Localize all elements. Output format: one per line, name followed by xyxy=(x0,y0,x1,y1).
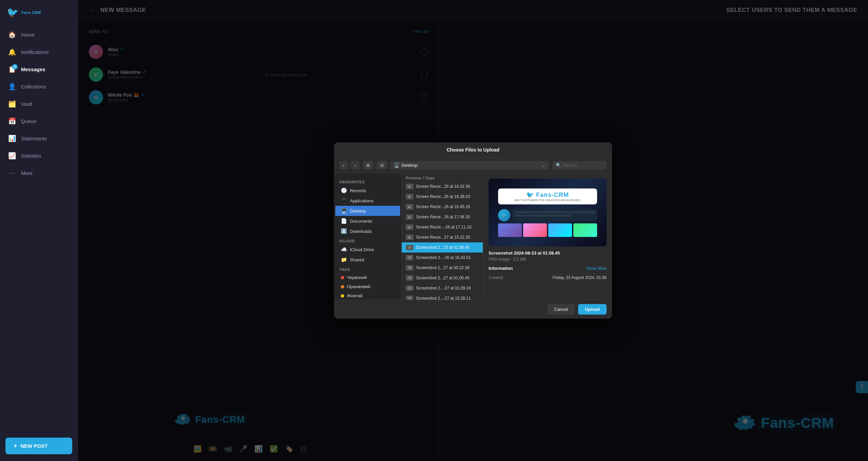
file-name: Screenshot 2...-27 at 01.09.16 xyxy=(416,286,471,290)
new-post-label: NEW POST xyxy=(21,443,48,449)
view-column-button[interactable]: ⊞ xyxy=(363,161,373,169)
sidebar-item-more[interactable]: ⋯ More xyxy=(0,164,78,182)
created-value: Friday, 23 August 2024, 01:58 xyxy=(553,275,607,280)
location-bar: 🖥️ Desktop ⌄ xyxy=(391,161,549,169)
file-thumb: 🖼 xyxy=(406,255,413,260)
sidebar-label-collections: Collections xyxy=(21,84,46,89)
location-chevron-icon[interactable]: ⌄ xyxy=(542,163,546,168)
messages-badge: 5 xyxy=(12,64,18,69)
file-name: Screen Recor...26 at 16.32.36 xyxy=(416,184,470,189)
file-item[interactable]: ▶ Screen Recor...26 at 16.38.03 xyxy=(402,192,483,202)
preview-thumbnail-row xyxy=(498,223,597,237)
chooser-sidebar: Favourites 🕐 Recents 📱 Applications 🖥️ D… xyxy=(334,173,402,300)
sidebar-item-messages[interactable]: 📋 5 Messages xyxy=(0,61,78,78)
downloads-label: Downloads xyxy=(350,229,372,234)
new-post-button[interactable]: + NEW POST xyxy=(5,438,72,454)
file-name: Screen Recor...27 at 15.22.35 xyxy=(416,235,470,240)
sidebar-item-desktop[interactable]: 🖥️ Desktop xyxy=(335,206,400,216)
downloads-icon: ⬇️ xyxy=(341,228,347,234)
sidebar-label-queue: Queue xyxy=(21,118,36,124)
sidebar-item-queue[interactable]: 📅 Queue xyxy=(0,113,78,130)
file-thumb: 🖼 xyxy=(406,265,413,270)
preview-info-title: Information xyxy=(489,266,513,271)
yellow-tag-dot xyxy=(341,294,344,298)
preview-filename: Screenshot 2024-08-23 at 01.58.45 xyxy=(489,250,607,256)
sidebar-item-documents[interactable]: 📄 Documents xyxy=(335,216,400,226)
statistics-icon: 📈 xyxy=(8,152,16,160)
created-label: Created xyxy=(489,275,503,280)
upload-button[interactable]: Upload xyxy=(578,304,607,315)
forward-nav-button[interactable]: › xyxy=(351,161,359,169)
tag-item-red[interactable]: Червоний xyxy=(335,273,400,282)
sidebar-item-icloud-drive[interactable]: ☁️ iCloud Drive xyxy=(335,244,400,255)
file-name: Screen Recor...26 at 16.38.03 xyxy=(416,194,470,199)
documents-icon: 📄 xyxy=(341,218,347,224)
preview-logo-text: 🐦 Fans-CRM xyxy=(505,191,590,199)
tag-item-orange[interactable]: Оранжевий xyxy=(335,282,400,291)
applications-icon: 📱 xyxy=(341,198,347,204)
statements-icon: 📊 xyxy=(8,135,16,142)
back-nav-button[interactable]: ‹ xyxy=(339,161,348,169)
file-item[interactable]: ▶ Screen Recor...26 at 16.45.16 xyxy=(402,202,483,212)
file-thumb: ▶ xyxy=(406,224,413,230)
sidebar-item-statements[interactable]: 📊 Statements xyxy=(0,130,78,147)
chooser-toolbar: ‹ › ⊞ ⊟ 🖥️ Desktop ⌄ 🔍 Search xyxy=(334,158,612,173)
notifications-icon: 🔔 xyxy=(8,48,16,56)
file-name: Screen Recor...26 at 17.06.30 xyxy=(416,215,470,219)
cancel-button[interactable]: Cancel xyxy=(547,304,574,315)
file-item[interactable]: 🖼 Screenshot 2...-27 at 15.28.11 xyxy=(402,293,483,300)
file-item[interactable]: 🖼 Screenshot 2...-27 at 01.09.16 xyxy=(402,283,483,293)
sidebar-item-statistics[interactable]: 📈 Statistics xyxy=(0,147,78,164)
file-item[interactable]: ▶ Screen Recor...26 at 17.06.30 xyxy=(402,212,483,222)
shared-icon: 📁 xyxy=(341,257,347,263)
file-name: Screenshot 2...-26 at 16.43.01 xyxy=(416,255,471,260)
file-thumb: ▶ xyxy=(406,204,413,209)
sidebar-item-vault[interactable]: 🗂️ Vault xyxy=(0,95,78,113)
desktop-folder-icon: 🖥️ xyxy=(394,163,399,168)
queue-icon: 📅 xyxy=(8,117,16,125)
sidebar-label-statistics: Statistics xyxy=(21,153,41,159)
sidebar-item-collections[interactable]: 👤 Collections xyxy=(0,78,78,95)
file-name: Screen Recor...26 at 16.45.16 xyxy=(416,204,470,209)
sidebar-item-notifications[interactable]: 🔔 Notifications xyxy=(0,43,78,61)
file-name: Screenshot 2...-27 at 15.28.11 xyxy=(416,296,471,300)
sidebar-logo: 🐦 Fans CRM xyxy=(0,7,48,26)
sidebar-item-applications[interactable]: 📱 Applications xyxy=(335,196,400,206)
preview-thumb-1 xyxy=(498,223,522,237)
sidebar-item-downloads[interactable]: ⬇️ Downloads xyxy=(335,226,400,236)
search-placeholder[interactable]: Search xyxy=(563,163,577,168)
chooser-title: Choose Files to Upload xyxy=(334,142,612,158)
file-thumb: ▶ xyxy=(406,214,413,220)
icloud-section-label: iCloud xyxy=(334,236,401,244)
file-chooser-overlay: Choose Files to Upload ‹ › ⊞ ⊟ 🖥️ Deskto… xyxy=(78,0,868,461)
chooser-body: Favourites 🕐 Recents 📱 Applications 🖥️ D… xyxy=(334,173,612,300)
file-thumb: ▶ xyxy=(406,235,413,240)
sidebar-label-vault: Vault xyxy=(21,101,32,107)
file-item[interactable]: 🖼 Screenshot 2...27 at 01.00.45 xyxy=(402,273,483,283)
tag-item-yellow[interactable]: Жовтий xyxy=(335,291,400,300)
chooser-footer: Cancel Upload xyxy=(334,300,612,319)
tags-section-label: Tags xyxy=(334,265,401,273)
vault-icon: 🗂️ xyxy=(8,100,16,108)
file-item[interactable]: ▶ Screen Recor...26 at 16.32.36 xyxy=(402,181,483,192)
file-item-selected[interactable]: 🖼 Screenshot 2...23 at 01.58.45 xyxy=(402,242,483,253)
show-more-link[interactable]: Show More xyxy=(586,266,607,271)
preview-image-inner: 🐦 Fans-CRM BEST SOFTWARE FOR CREATORS AN… xyxy=(489,179,607,246)
file-item[interactable]: ▶ Screen Recor...27 at 15.22.35 xyxy=(402,232,483,242)
view-grid-button[interactable]: ⊟ xyxy=(377,161,387,169)
documents-label: Documents xyxy=(350,219,372,224)
preview-text-line xyxy=(514,215,571,217)
file-thumb: 🖼 xyxy=(406,296,413,300)
file-thumb: 🖼 xyxy=(406,285,413,291)
sidebar-label-messages: Messages xyxy=(21,66,45,72)
recents-icon: 🕐 xyxy=(341,187,347,194)
sidebar-item-home[interactable]: 🏠 Home xyxy=(0,26,78,43)
file-item[interactable]: 🖼 Screenshot 2...-26 at 16.43.01 xyxy=(402,253,483,263)
sidebar-item-shared[interactable]: 📁 Shared xyxy=(335,255,400,265)
logo-text: Fans CRM xyxy=(21,11,41,15)
preview-thumb-3 xyxy=(548,223,572,237)
file-item[interactable]: 🖼 Screenshot 2...27 at 00.22.38 xyxy=(402,263,483,273)
icloud-drive-icon: ☁️ xyxy=(341,246,347,253)
file-item[interactable]: ▶ Screen Recor...-26 at 17.11.10 xyxy=(402,222,483,232)
sidebar-item-recents[interactable]: 🕐 Recents xyxy=(335,185,400,196)
